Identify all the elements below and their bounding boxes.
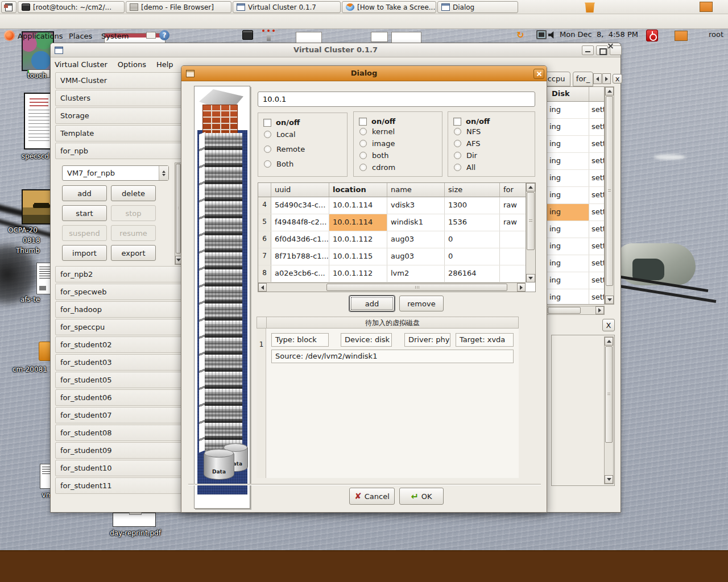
onoff-checkbox[interactable] [359, 118, 367, 126]
scroll-up-arrow[interactable] [526, 183, 535, 192]
ip-address-input[interactable] [258, 92, 535, 107]
spinner-arrows-icon[interactable] [159, 166, 168, 180]
radio-icon[interactable] [359, 140, 367, 147]
panel-close-button[interactable]: X [602, 319, 615, 331]
workspace-switcher[interactable] [675, 31, 688, 41]
column-header[interactable]: uuid [271, 183, 329, 197]
add-disk-button[interactable]: add [349, 296, 395, 311]
table-row[interactable]: ing sett [547, 187, 604, 204]
table-row[interactable]: ing sett [547, 170, 604, 187]
scroll-right-arrow[interactable] [595, 306, 604, 314]
cluster-category-row[interactable]: for_student06 [55, 389, 183, 406]
taskbar-window-button[interactable]: Virtual Cluster 0.1.7 [233, 1, 341, 13]
vm-action-button[interactable]: export [111, 245, 156, 261]
ok-button[interactable]: ↵ OK [399, 488, 444, 505]
taskbar-window-button[interactable]: Dialog [437, 1, 518, 13]
workspace-switcher[interactable] [700, 2, 713, 12]
vm-action-button[interactable]: resume [111, 225, 156, 241]
menubar-item[interactable]: Options [118, 59, 146, 70]
cluster-category-row[interactable]: for_student08 [55, 425, 183, 441]
dialog-titlebar[interactable]: Dialog [181, 66, 547, 81]
table-row[interactable]: 5 f49484f8-c2... 10.0.1.114 windisk1 153… [258, 214, 526, 231]
scrollbar-thumb[interactable] [605, 346, 613, 443]
cluster-category-row[interactable]: for_student03 [55, 354, 183, 371]
scroll-up-arrow[interactable] [605, 87, 614, 95]
vm-action-button[interactable]: add [62, 185, 107, 201]
cluster-category-row[interactable]: for_npb2 [55, 266, 183, 282]
disk-type-field[interactable]: Type: block [271, 333, 329, 347]
table-row[interactable]: 4 5d490c34-c... 10.0.1.114 vdisk3 1300 r… [258, 197, 526, 214]
panel-vscrollbar[interactable] [604, 336, 614, 484]
table-row[interactable]: ing sett [547, 289, 604, 305]
scrollbar-thumb[interactable] [176, 164, 181, 253]
mail-launcher-icon[interactable] [146, 32, 156, 39]
menubar-item[interactable]: Help [156, 59, 173, 70]
panel-menu-item[interactable]: Places [69, 30, 92, 42]
radio-option[interactable]: Both [264, 156, 347, 171]
disk-driver-field[interactable]: Driver: phy [404, 333, 450, 347]
input-method-icon[interactable] [262, 30, 275, 41]
disk-source-field[interactable]: Source: /dev/lvm2/windisk1 [271, 350, 514, 363]
column-header-sorted[interactable]: location [329, 183, 387, 197]
distro-logo-icon[interactable] [4, 30, 15, 41]
cluster-category-row[interactable]: for_student09 [55, 442, 183, 459]
disk-device-field[interactable]: Device: disk [341, 333, 392, 347]
radio-icon[interactable] [454, 128, 461, 135]
cluster-category-row[interactable]: for_student11 [55, 477, 183, 494]
cluster-category-row[interactable]: for_specweb [55, 284, 183, 300]
scroll-left-arrow[interactable] [258, 283, 267, 292]
cluster-category-row[interactable]: for_student07 [55, 407, 183, 423]
minimize-button[interactable] [582, 45, 594, 55]
radio-icon[interactable] [454, 140, 461, 147]
radio-option[interactable]: kernel [359, 126, 442, 138]
onoff-checkbox[interactable] [263, 119, 271, 127]
vm-action-button[interactable]: stop [111, 205, 156, 221]
radio-icon[interactable] [359, 164, 367, 171]
help-launcher-icon[interactable]: ? [159, 30, 169, 40]
cluster-category-row[interactable]: Clusters [55, 90, 183, 106]
table-row[interactable]: 6 6f0d43d6-c1... 10.0.1.112 aug03 0 [258, 231, 526, 248]
display-tray-icon[interactable] [536, 30, 547, 39]
scrollbar-thumb[interactable] [606, 96, 613, 286]
vm-action-button[interactable]: delete [111, 185, 156, 201]
vm-selector-combobox[interactable]: VM7_for_npb [62, 165, 169, 181]
scroll-down-arrow[interactable] [605, 296, 614, 304]
tab-scroll-right[interactable] [602, 73, 611, 84]
maximize-button[interactable] [596, 45, 608, 55]
taskbar-window-button[interactable]: [demo - File Browser] [126, 1, 231, 13]
onoff-checkbox[interactable] [453, 118, 461, 126]
cluster-category-row[interactable]: for_student05 [55, 372, 183, 388]
radio-option[interactable]: both [359, 149, 442, 161]
table-row[interactable]: ing sett [547, 272, 604, 289]
table-row[interactable]: ing sett [547, 238, 604, 255]
cluster-category-row[interactable]: for_speccpu [55, 319, 183, 335]
scroll-down-arrow[interactable] [605, 475, 613, 484]
tab-scroll-left[interactable] [593, 73, 602, 84]
column-header[interactable]: for [500, 183, 526, 197]
vm-action-button[interactable]: suspend [62, 225, 107, 241]
scrollbar-thumb[interactable] [527, 192, 535, 250]
window-titlebar[interactable]: Virtual Cluster 0.1.7 [51, 43, 621, 57]
cluster-category-row[interactable]: for_student02 [55, 336, 183, 353]
radio-option[interactable]: Dir [454, 149, 535, 161]
screenshot-launcher-button[interactable] [1, 1, 16, 13]
taskbar-window-button[interactable]: [How to Take a Scree... [342, 1, 436, 13]
radio-icon[interactable] [359, 152, 367, 159]
notebook-tab[interactable]: for_ [573, 72, 593, 86]
table-row[interactable]: 7 8f71b788-c1... 10.0.1.115 aug03 0 [258, 248, 526, 265]
scrollbar-thumb[interactable] [548, 307, 581, 314]
cluster-category-row[interactable]: Storage [55, 107, 183, 124]
table-row[interactable]: ing sett [547, 255, 604, 272]
scroll-up-arrow[interactable] [605, 337, 613, 346]
table-row[interactable]: ing sett [547, 136, 604, 153]
table-row[interactable]: ing sett [547, 221, 604, 238]
radio-option[interactable]: cdrom [359, 161, 442, 173]
radio-icon[interactable] [264, 146, 271, 153]
radio-icon[interactable] [264, 131, 271, 138]
radio-icon[interactable] [454, 152, 461, 159]
menubar-item[interactable]: Virtual Cluster [55, 59, 107, 70]
taskbar-window-button[interactable]: [root@touch: ~/cm2/... [18, 1, 125, 13]
table-vscrollbar[interactable] [605, 86, 614, 305]
cancel-button[interactable]: ✘ Cancel [349, 488, 395, 505]
trash-icon[interactable] [585, 2, 595, 13]
